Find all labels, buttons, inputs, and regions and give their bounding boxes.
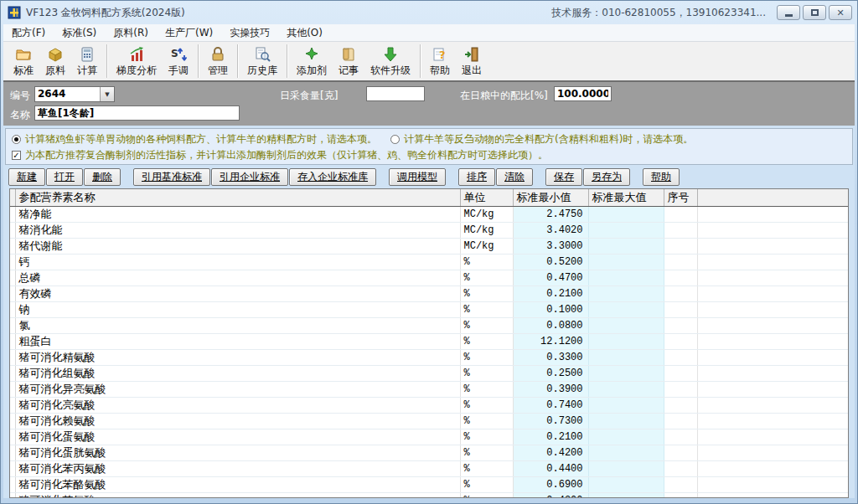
radio-monogastric[interactable] xyxy=(12,135,21,144)
toolbar-button-help-question[interactable]: ?帮助 xyxy=(424,44,456,79)
toolbar-button-calculator[interactable]: 计算 xyxy=(71,44,103,79)
cell-standard-max[interactable] xyxy=(588,381,664,397)
cell-standard-min[interactable]: 3.4020 xyxy=(513,222,588,238)
toolbar-button-standard-folder[interactable]: 标准 xyxy=(8,44,39,79)
cell-standard-min[interactable]: 0.3900 xyxy=(513,381,588,397)
table-row[interactable]: 有效磷%0.2100 xyxy=(10,285,848,301)
cell-standard-min[interactable]: 0.6900 xyxy=(513,476,588,492)
dropdown-arrow-icon[interactable]: ▼ xyxy=(100,87,114,101)
cell-standard-min[interactable]: 0.2500 xyxy=(513,365,588,381)
action-button-save-as[interactable]: 另存为 xyxy=(583,168,630,186)
cell-standard-min[interactable]: 0.4200 xyxy=(513,445,588,460)
toolbar-button-materials-box[interactable]: 原料 xyxy=(39,44,71,79)
menu-item-materials[interactable]: 原料(R) xyxy=(105,24,157,41)
formula-id-dropdown[interactable]: 2644 ▼ xyxy=(34,86,115,102)
action-button-cite-enterprise-standard[interactable]: 引用企业标准 xyxy=(211,168,288,186)
cell-nutrient-name[interactable]: 猪代谢能 xyxy=(15,238,460,254)
action-button-new[interactable]: 新建 xyxy=(8,168,45,186)
cell-standard-min[interactable]: 0.7400 xyxy=(513,397,588,413)
cell-standard-min[interactable]: 0.2100 xyxy=(513,285,588,301)
cell-nutrient-name[interactable]: 猪可消化苯酪氨酸 xyxy=(15,476,460,492)
toolbar-button-exit-door[interactable]: 退出 xyxy=(456,44,488,79)
table-row[interactable]: 猪可消化苯酪氨酸%0.6900 xyxy=(10,476,848,492)
toolbar-button-notebook[interactable]: 记事 xyxy=(333,44,364,79)
cell-standard-min[interactable]: 0.0800 xyxy=(513,317,588,333)
radio-ruminant[interactable] xyxy=(390,135,400,144)
cell-standard-max[interactable] xyxy=(588,333,664,349)
toolbar-button-additive-star[interactable]: 添加剂 xyxy=(291,44,333,79)
action-button-sort[interactable]: 排序 xyxy=(458,168,495,186)
table-row[interactable]: 钠%0.1000 xyxy=(10,301,848,317)
table-row[interactable]: 猪可消化苏氨酸%0.4300 xyxy=(10,492,848,498)
table-row[interactable]: 猪可消化蛋氨酸%0.2100 xyxy=(10,429,848,445)
cell-standard-max[interactable] xyxy=(588,254,664,270)
cell-standard-min[interactable]: 12.1200 xyxy=(513,333,588,349)
cell-nutrient-name[interactable]: 猪可消化苯丙氨酸 xyxy=(15,460,460,476)
toolbar-button-gradient-bar-chart[interactable]: 梯度分析 xyxy=(111,44,163,79)
table-row[interactable]: 猪可消化精氨酸%0.3300 xyxy=(10,349,848,365)
cell-standard-min[interactable]: 0.7300 xyxy=(513,413,588,429)
table-row[interactable]: 粗蛋白%12.1200 xyxy=(10,333,848,349)
menu-item-other[interactable]: 其他(O) xyxy=(278,24,331,41)
cell-nutrient-name[interactable]: 猪可消化精氨酸 xyxy=(15,349,460,365)
minimize-button[interactable] xyxy=(777,5,800,20)
cell-standard-min[interactable]: 0.4300 xyxy=(513,492,588,498)
cell-standard-max[interactable] xyxy=(588,476,664,492)
menu-item-tips[interactable]: 实操技巧 xyxy=(221,24,278,41)
cell-nutrient-name[interactable]: 猪可消化亮氨酸 xyxy=(15,397,460,413)
action-button-clear[interactable]: 清除 xyxy=(496,168,533,186)
close-button[interactable]: ✕ xyxy=(829,5,852,20)
menu-item-factory[interactable]: 生产厂(W) xyxy=(157,24,221,41)
cell-standard-max[interactable] xyxy=(588,413,664,429)
cell-standard-max[interactable] xyxy=(588,317,664,333)
cell-standard-min[interactable]: 0.4400 xyxy=(513,460,588,476)
table-row[interactable]: 猪净能MC/kg2.4750 xyxy=(10,206,848,222)
cell-standard-min[interactable]: 0.5200 xyxy=(513,254,588,270)
table-row[interactable]: 猪代谢能MC/kg3.3000 xyxy=(10,238,848,254)
cell-nutrient-name[interactable]: 猪可消化蛋氨酸 xyxy=(15,429,460,445)
cell-standard-min[interactable]: 0.2100 xyxy=(513,429,588,445)
cell-nutrient-name[interactable]: 粗蛋白 xyxy=(15,333,460,349)
table-row[interactable]: 氯%0.0800 xyxy=(10,317,848,333)
table-row[interactable]: 猪可消化亮氨酸%0.7400 xyxy=(10,397,848,413)
table-row[interactable]: 猪可消化苯丙氨酸%0.4400 xyxy=(10,460,848,476)
cell-nutrient-name[interactable]: 猪可消化异亮氨酸 xyxy=(15,381,460,397)
cell-nutrient-name[interactable]: 钙 xyxy=(15,254,460,270)
cell-nutrient-name[interactable]: 猪净能 xyxy=(15,206,460,222)
cell-standard-max[interactable] xyxy=(588,397,664,413)
action-button-load-model[interactable]: 调用模型 xyxy=(389,168,446,186)
daily-intake-input[interactable] xyxy=(366,86,425,101)
cell-nutrient-name[interactable]: 有效磷 xyxy=(15,285,460,301)
table-row[interactable]: 猪可消化蛋胱氨酸%0.4200 xyxy=(10,445,848,460)
cell-standard-min[interactable]: 0.3300 xyxy=(513,349,588,365)
cell-nutrient-name[interactable]: 猪可消化苏氨酸 xyxy=(15,492,460,498)
cell-standard-min[interactable]: 2.4750 xyxy=(513,206,588,222)
cell-nutrient-name[interactable]: 猪可消化蛋胱氨酸 xyxy=(15,445,460,460)
action-button-save[interactable]: 保存 xyxy=(545,168,582,186)
cell-standard-min[interactable]: 0.1000 xyxy=(513,301,588,317)
table-row[interactable]: 钙%0.5200 xyxy=(10,254,848,270)
maximize-button[interactable] xyxy=(803,5,826,20)
table-row[interactable]: 猪可消化组氨酸%0.2500 xyxy=(10,365,848,381)
action-button-cite-base-standard[interactable]: 引用基准标准 xyxy=(133,168,210,186)
toolbar-button-upgrade-arrow[interactable]: 软件升级 xyxy=(364,44,416,79)
cell-standard-max[interactable] xyxy=(588,349,664,365)
action-button-save-to-enterprise-library[interactable]: 存入企业标准库 xyxy=(289,168,376,186)
cell-nutrient-name[interactable]: 钠 xyxy=(15,301,460,317)
cell-standard-min[interactable]: 0.4700 xyxy=(513,270,588,285)
table-row[interactable]: 猪可消化异亮氨酸%0.3900 xyxy=(10,381,848,397)
table-row[interactable]: 猪消化能MC/kg3.4020 xyxy=(10,222,848,238)
action-button-open[interactable]: 打开 xyxy=(46,168,83,186)
table-row[interactable]: 总磷%0.4700 xyxy=(10,270,848,285)
formula-name-input[interactable] xyxy=(34,105,240,121)
action-button-help[interactable]: 帮助 xyxy=(643,168,680,186)
cell-standard-max[interactable] xyxy=(588,285,664,301)
cell-standard-max[interactable] xyxy=(588,206,664,222)
cell-standard-max[interactable] xyxy=(588,270,664,285)
cell-nutrient-name[interactable]: 猪可消化组氨酸 xyxy=(15,365,460,381)
cell-standard-max[interactable] xyxy=(588,222,664,238)
toolbar-button-manual-sort[interactable]: S手调 xyxy=(163,44,194,79)
cell-standard-max[interactable] xyxy=(588,445,664,460)
menu-item-standard[interactable]: 标准(S) xyxy=(54,24,105,41)
cell-standard-max[interactable] xyxy=(588,238,664,254)
